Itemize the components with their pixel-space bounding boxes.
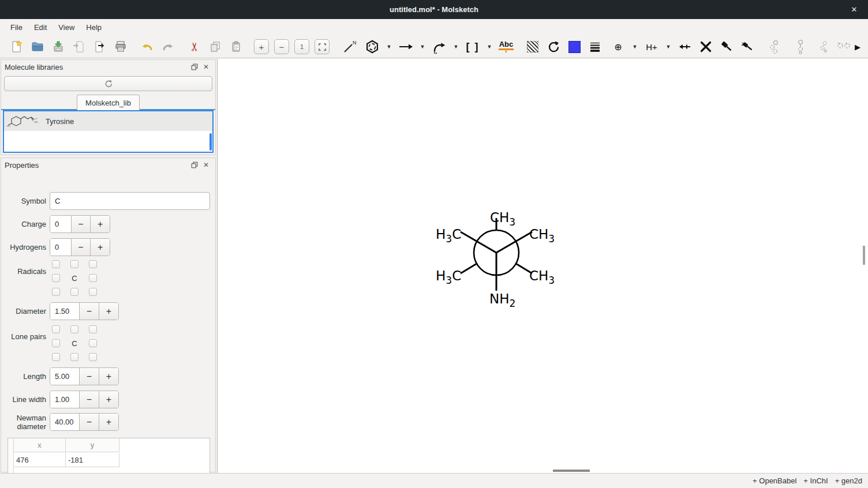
open-file-button[interactable] xyxy=(29,38,46,55)
cell-y-value[interactable]: -181 xyxy=(66,453,119,467)
close-properties-button[interactable]: ✕ xyxy=(200,160,212,170)
float-properties-button[interactable] xyxy=(189,160,200,170)
charge-tool-button[interactable]: ⊕ xyxy=(609,38,627,55)
mechanism-arrow-button[interactable] xyxy=(431,38,448,55)
ring-tool-dropdown[interactable]: ▼ xyxy=(384,38,394,55)
paste-button[interactable] xyxy=(227,38,245,55)
mechanism-arrow-dropdown[interactable]: ▼ xyxy=(451,38,461,55)
zoom-out-button[interactable]: − xyxy=(274,39,289,54)
radical-checkbox[interactable] xyxy=(70,288,78,296)
optimize-tool-1-button[interactable] xyxy=(718,38,735,55)
line-width-value[interactable]: 1.00 xyxy=(50,391,79,408)
charge-decrement-button[interactable]: − xyxy=(71,216,91,232)
zoom-original-button[interactable]: 1 xyxy=(294,39,309,54)
delete-button[interactable] xyxy=(697,38,714,55)
remove-hydrogen-button[interactable] xyxy=(676,38,694,55)
zoom-fit-button[interactable] xyxy=(315,39,330,54)
lone-pair-checkbox[interactable] xyxy=(89,353,97,361)
length-decrement-button[interactable]: − xyxy=(79,368,99,385)
rotate-button[interactable] xyxy=(545,38,562,55)
radical-checkbox[interactable] xyxy=(70,260,78,268)
lone-pair-checkbox[interactable] xyxy=(52,353,60,361)
save-button[interactable] xyxy=(50,38,67,55)
toolbar-overflow-button[interactable]: ▶ xyxy=(852,39,863,55)
diameter-value[interactable]: 1.50 xyxy=(50,303,79,320)
copy-button[interactable] xyxy=(207,38,224,55)
menu-help[interactable]: Help xyxy=(80,21,107,34)
length-value[interactable]: 5.00 xyxy=(50,368,79,385)
newman-diameter-value[interactable]: 40.00 xyxy=(50,414,79,430)
print-button[interactable] xyxy=(112,38,129,55)
mm-disabled-3-button[interactable] xyxy=(815,38,832,55)
line-width-decrement-button[interactable]: − xyxy=(79,391,99,408)
brackets-button[interactable]: [ ] xyxy=(464,38,481,55)
tab-molsketch-lib[interactable]: Molsketch_lib xyxy=(77,95,140,110)
radical-checkbox[interactable] xyxy=(52,260,60,268)
hydrogens-increment-button[interactable]: + xyxy=(90,239,110,256)
newman-diameter-decrement-button[interactable]: − xyxy=(79,414,99,430)
menu-edit[interactable]: Edit xyxy=(28,21,53,34)
cell-x-value[interactable]: 476 xyxy=(14,453,66,467)
mm-disabled-1-button[interactable] xyxy=(765,38,783,55)
lone-pair-checkbox[interactable] xyxy=(70,353,78,361)
brackets-dropdown[interactable]: ▼ xyxy=(485,38,494,55)
radical-checkbox[interactable] xyxy=(52,274,60,282)
lone-pair-checkbox[interactable] xyxy=(52,339,60,347)
length-increment-button[interactable]: + xyxy=(99,368,118,385)
cut-button[interactable]: ✂ xyxy=(186,38,203,55)
radical-checkbox[interactable] xyxy=(52,288,60,296)
radical-checkbox[interactable] xyxy=(89,260,97,268)
text-tool-button[interactable]: Abc▼ xyxy=(497,38,515,55)
radical-checkbox[interactable] xyxy=(89,288,97,296)
hydrogens-value[interactable]: 0 xyxy=(50,239,71,256)
brackets-icon: [ ] xyxy=(466,41,480,53)
reaction-arrow-dropdown[interactable]: ▼ xyxy=(418,38,427,55)
export-button[interactable] xyxy=(91,38,108,55)
hydrogens-decrement-button[interactable]: − xyxy=(71,239,91,256)
horizontal-scrollbar[interactable] xyxy=(553,470,590,472)
line-width-button[interactable] xyxy=(586,38,604,55)
hydrogen-tool-dropdown[interactable]: ▼ xyxy=(664,38,673,55)
redo-button[interactable] xyxy=(159,38,177,55)
window-close-button[interactable]: ✕ xyxy=(846,0,862,19)
newman-diameter-increment-button[interactable]: + xyxy=(99,414,118,430)
charge-tool-dropdown[interactable]: ▼ xyxy=(630,38,639,55)
charge-value[interactable]: 0 xyxy=(50,216,71,232)
ring-tool-button[interactable] xyxy=(364,38,381,55)
menu-view[interactable]: View xyxy=(53,21,80,34)
import-button[interactable] xyxy=(70,38,88,55)
lone-pair-checkbox[interactable] xyxy=(89,325,97,333)
mm-disabled-4-button[interactable] xyxy=(836,38,853,55)
library-scrollbar[interactable] xyxy=(209,133,212,151)
area-selection-button[interactable] xyxy=(524,38,541,55)
lone-pair-checkbox[interactable] xyxy=(52,325,60,333)
undo-button[interactable] xyxy=(139,38,156,55)
close-panel-button[interactable]: ✕ xyxy=(200,62,212,72)
reaction-arrow-button[interactable] xyxy=(397,38,414,55)
symbol-input[interactable]: C xyxy=(50,192,210,210)
optimize-tool-2-button[interactable] xyxy=(739,38,756,55)
mm-disabled-2-button[interactable] xyxy=(792,38,809,55)
line-width-increment-button[interactable]: + xyxy=(99,391,118,408)
color-swatch-button[interactable] xyxy=(566,38,583,55)
lone-pair-checkbox[interactable] xyxy=(89,339,97,347)
drawing-canvas[interactable]: CH3 H3C CH3 H3C CH3 NH2 xyxy=(218,59,868,473)
new-document-button[interactable] xyxy=(8,38,25,55)
draw-bond-button[interactable]: N xyxy=(341,38,358,55)
radical-checkbox[interactable] xyxy=(89,274,97,282)
menu-file[interactable]: File xyxy=(5,21,28,34)
column-header-x[interactable]: x xyxy=(14,438,66,452)
diameter-increment-button[interactable]: + xyxy=(99,303,118,320)
library-refresh-button[interactable] xyxy=(4,76,212,91)
float-panel-button[interactable] xyxy=(189,62,200,72)
list-item-tyrosine[interactable]: HO NH₂ Tyrosine xyxy=(4,111,212,131)
charge-increment-button[interactable]: + xyxy=(90,216,110,232)
diameter-decrement-button[interactable]: − xyxy=(79,303,99,320)
molecule-libraries-header: Molecule libraries ✕ xyxy=(1,60,215,74)
hydrogen-tool-button[interactable]: H+ xyxy=(643,38,660,55)
column-header-y[interactable]: y xyxy=(66,438,119,452)
lone-pair-checkbox[interactable] xyxy=(70,325,78,333)
vertical-scrollbar[interactable] xyxy=(863,246,865,265)
zoom-in-button[interactable]: + xyxy=(254,39,269,54)
hammer-strike-icon xyxy=(740,39,755,54)
